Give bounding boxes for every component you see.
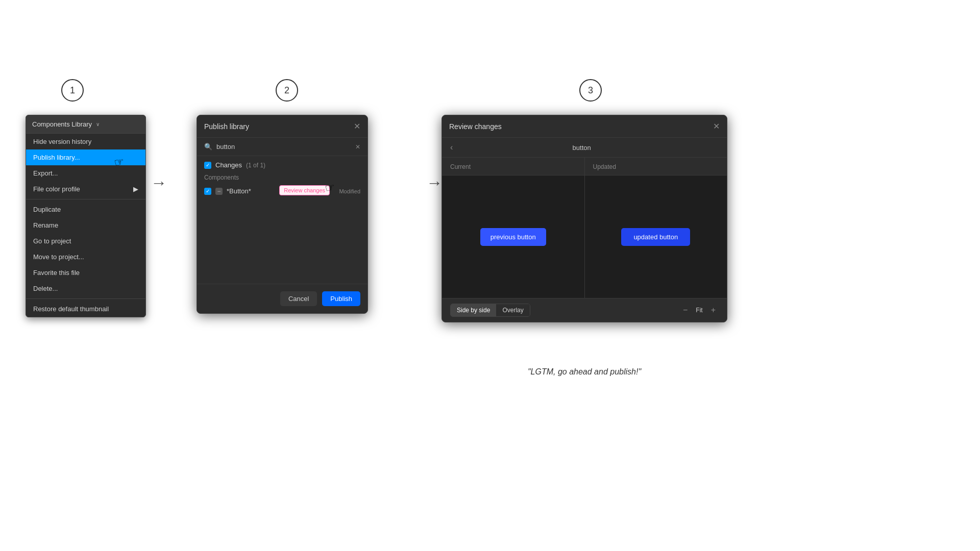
menu-item-hide-version[interactable]: Hide version history [26,134,145,149]
chevron-down-icon: ∨ [96,121,100,127]
changes-header: ✓ Changes (1 of 1) [204,161,360,169]
menu-divider [26,199,145,199]
step1-circle: 1 [61,79,84,102]
current-label: Current [450,163,471,170]
zoom-in-button[interactable]: + [708,305,719,316]
changes-count: (1 of 1) [246,162,265,169]
context-menu-panel: Components Library ∨ Hide version histor… [26,115,146,317]
menu-item-delete[interactable]: Delete... [26,281,145,296]
close-icon[interactable]: ✕ [354,121,360,131]
modified-label: Modified [339,188,360,194]
dialog-footer: Cancel Publish [197,284,368,313]
menu-item-rename[interactable]: Rename [26,217,145,233]
menu-item-restore-thumbnail[interactable]: Restore default thumbnail [26,301,145,317]
publish-button[interactable]: Publish [322,291,360,306]
review-changes-dialog: Review changes ✕ ‹ button Current Update… [442,115,727,322]
review-nav: ‹ button [442,138,727,158]
updated-button-preview: updated button [621,228,690,246]
review-changes-badge[interactable]: Review changes [279,185,330,195]
menu-item-file-color[interactable]: File color profile ▶ [26,181,145,197]
search-icon: 🔍 [204,143,212,151]
step3-number: 3 [588,85,593,96]
components-section-label: Components [204,174,360,181]
search-bar: 🔍 button ✕ [197,138,368,156]
menu-item-duplicate[interactable]: Duplicate [26,202,145,217]
menu-item-publish-library[interactable]: Publish library... [26,149,145,165]
component-minus-icon: − [215,188,223,195]
menu-divider-2 [26,298,145,299]
updated-col-header: Updated [585,158,727,175]
review-footer: Side by side Overlay − Fit + [442,298,727,322]
cancel-button[interactable]: Cancel [280,291,317,306]
search-value: button [216,143,235,151]
dialog-title: Publish library [204,122,249,131]
review-columns-header: Current Updated [442,158,727,176]
panel-title: Components Library [32,120,92,128]
changes-checkbox[interactable]: ✓ [204,162,211,169]
step1-to-step2-arrow: → [151,173,167,192]
step2-circle: 2 [276,79,298,102]
publish-library-dialog: Publish library ✕ 🔍 button ✕ ✓ Changes (… [197,115,368,314]
dialog-body: ✓ Changes (1 of 1) Components ✓ − *Butto… [197,156,368,202]
dialog-titlebar: Publish library ✕ [197,115,368,138]
menu-item-move-to-project[interactable]: Move to project... [26,249,145,265]
step1-number: 1 [70,85,75,96]
back-icon[interactable]: ‹ [450,143,453,152]
tab-side-by-side[interactable]: Side by side [451,304,496,316]
submenu-arrow-icon: ▶ [133,185,138,193]
review-component-name: button [573,144,591,152]
menu-item-export[interactable]: Export... [26,165,145,181]
updated-label: Updated [593,163,616,170]
current-preview: previous button [442,176,584,298]
component-row: ✓ − *Button* Review changes Modified [204,185,360,197]
review-titlebar: Review changes ✕ [442,115,727,138]
search-clear-icon[interactable]: ✕ [355,143,360,151]
previous-button-preview: previous button [480,228,546,246]
zoom-out-button[interactable]: − [680,305,691,316]
zoom-controls: − Fit + [680,305,719,316]
review-body: previous button updated button [442,176,727,298]
quote-text: "LGTM, go ahead and publish!" [442,367,727,377]
updated-preview: updated button [585,176,727,298]
changes-label: Changes [215,161,242,169]
review-dialog-title: Review changes [449,122,502,131]
menu-item-go-to-project[interactable]: Go to project [26,233,145,249]
fit-label: Fit [696,307,702,314]
step2-to-step3-arrow: → [426,173,443,192]
step3-circle: 3 [579,79,602,102]
menu-item-favorite[interactable]: Favorite this file [26,265,145,281]
component-checkbox[interactable]: ✓ [204,188,211,195]
tab-overlay[interactable]: Overlay [496,304,529,316]
view-tabs: Side by side Overlay [450,304,530,317]
panel-header: Components Library ∨ [26,115,145,134]
current-col-header: Current [442,158,584,175]
step2-number: 2 [284,85,289,96]
review-close-icon[interactable]: ✕ [713,121,720,131]
